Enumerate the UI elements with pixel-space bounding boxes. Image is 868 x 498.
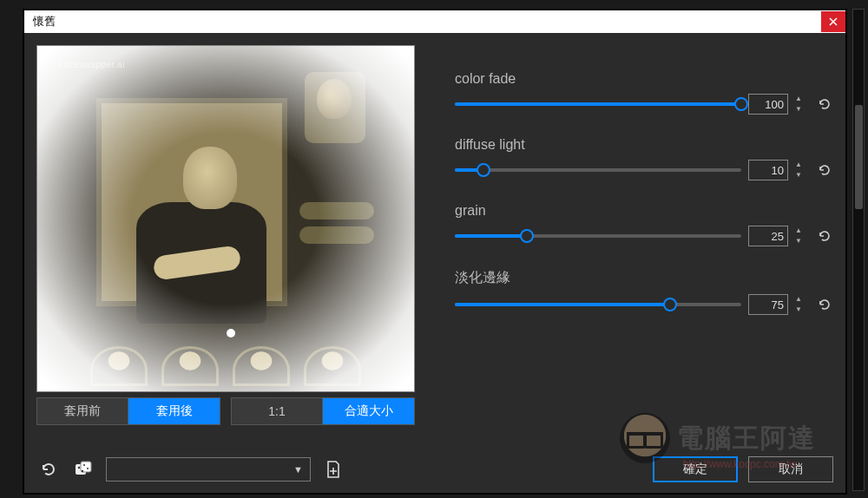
- page-scrollbar[interactable]: [852, 9, 865, 491]
- reset-slider-button[interactable]: [816, 227, 833, 245]
- add-preset-button[interactable]: [321, 457, 345, 482]
- slider-track[interactable]: [455, 97, 741, 111]
- reset-slider-button[interactable]: [816, 161, 833, 179]
- dice-icon: [73, 459, 94, 480]
- scrollbar-thumb[interactable]: [855, 105, 863, 209]
- slider-label: grain: [455, 203, 833, 219]
- slider-label: color fade: [455, 71, 833, 87]
- after-button[interactable]: 套用後: [128, 398, 220, 424]
- before-after-toggle: 套用前 套用後: [36, 397, 220, 425]
- undo-icon: [818, 163, 832, 177]
- undo-icon: [818, 97, 832, 111]
- bottom-toolbar: ▼ 確定 取消: [36, 455, 833, 484]
- svg-point-5: [87, 468, 89, 469]
- svg-point-3: [82, 470, 83, 472]
- value-stepper[interactable]: ▲▼: [795, 294, 809, 315]
- value-stepper[interactable]: ▲▼: [795, 160, 809, 180]
- window-title: 懷舊: [33, 14, 56, 29]
- ok-button[interactable]: 確定: [653, 456, 738, 482]
- slider-track[interactable]: [455, 298, 741, 311]
- slider-soften-edges: 淡化邊緣 ▲▼: [455, 269, 833, 315]
- zoom-fit-button[interactable]: 合適大小: [323, 398, 414, 424]
- dialog-window: 懷舊 Faceswapper.ai: [23, 9, 847, 495]
- before-button[interactable]: 套用前: [37, 398, 128, 424]
- file-plus-icon: [325, 460, 342, 479]
- preview-image: Faceswapper.ai: [36, 45, 415, 392]
- slider-value-input[interactable]: [748, 294, 788, 315]
- reset-all-button[interactable]: [36, 457, 61, 482]
- controls-column: color fade ▲▼: [455, 45, 833, 442]
- zoom-toggle: 1:1 合適大小: [231, 397, 415, 425]
- reset-slider-button[interactable]: [816, 296, 833, 313]
- dialog-body: Faceswapper.ai: [24, 33, 845, 493]
- cancel-button[interactable]: 取消: [748, 456, 833, 482]
- preview-brand: Faceswapper.ai: [58, 60, 125, 69]
- svg-point-2: [78, 467, 80, 469]
- undo-icon: [39, 460, 58, 479]
- undo-icon: [818, 229, 832, 243]
- value-stepper[interactable]: ▲▼: [795, 226, 809, 246]
- slider-color-fade: color fade ▲▼: [455, 71, 833, 115]
- svg-point-4: [83, 464, 85, 466]
- reset-slider-button[interactable]: [816, 95, 833, 113]
- chevron-down-icon: ▼: [293, 464, 303, 475]
- titlebar: 懷舊: [24, 10, 845, 33]
- slider-value-input[interactable]: [748, 160, 788, 180]
- slider-value-input[interactable]: [748, 226, 788, 246]
- close-button[interactable]: [821, 11, 845, 32]
- preview-column: Faceswapper.ai: [36, 45, 415, 442]
- preset-dropdown[interactable]: ▼: [106, 457, 311, 482]
- slider-grain: grain ▲▼: [455, 203, 833, 246]
- value-stepper[interactable]: ▲▼: [795, 94, 809, 115]
- slider-diffuse-light: diffuse light ▲▼: [455, 137, 833, 180]
- slider-track[interactable]: [455, 229, 741, 243]
- zoom-1to1-button[interactable]: 1:1: [232, 398, 323, 424]
- undo-icon: [818, 298, 832, 311]
- randomize-button[interactable]: [71, 457, 95, 482]
- close-icon: [829, 17, 838, 26]
- slider-track[interactable]: [455, 163, 741, 177]
- slider-label: diffuse light: [455, 137, 833, 153]
- slider-label: 淡化邊緣: [455, 269, 833, 287]
- slider-value-input[interactable]: [748, 94, 788, 115]
